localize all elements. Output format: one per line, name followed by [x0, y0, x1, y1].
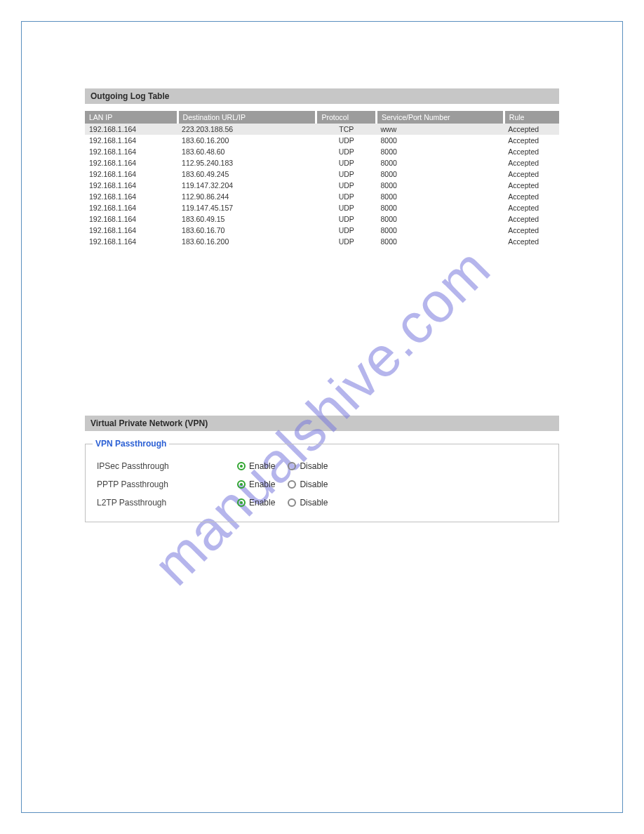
- cell-dest: 183.60.49.15: [177, 213, 316, 225]
- radio-icon: [237, 462, 246, 470]
- log-section-title: Outgoing Log Table: [85, 88, 559, 104]
- cell-port: 8000: [377, 213, 504, 225]
- table-row: 192.168.1.164112.95.240.183UDP8000Accept…: [85, 157, 559, 168]
- table-row: 192.168.1.164112.90.86.244UDP8000Accepte…: [85, 191, 559, 202]
- cell-port: 8000: [377, 135, 504, 146]
- cell-lan: 192.168.1.164: [85, 146, 177, 157]
- cell-port: 8000: [377, 146, 504, 157]
- cell-proto: UDP: [316, 135, 377, 146]
- cell-dest: 183.60.49.245: [177, 168, 316, 180]
- radio-icon: [288, 498, 296, 507]
- outgoing-log-table: LAN IP Destination URL/IP Protocol Servi…: [85, 111, 559, 247]
- radio-enable[interactable]: Enable: [237, 461, 275, 471]
- cell-rule: Accepted: [504, 168, 559, 180]
- radio-disable[interactable]: Disable: [288, 498, 328, 508]
- cell-dest: 119.147.32.204: [177, 180, 316, 191]
- cell-port: 8000: [377, 202, 504, 213]
- cell-proto: UDP: [316, 225, 377, 236]
- table-row: 192.168.1.164119.147.45.157UDP8000Accept…: [85, 202, 559, 213]
- cell-proto: TCP: [316, 124, 377, 135]
- col-header-lan: LAN IP: [85, 111, 177, 124]
- cell-lan: 192.168.1.164: [85, 202, 177, 213]
- radio-enable-label: Enable: [249, 461, 275, 471]
- col-header-port: Service/Port Number: [377, 111, 504, 124]
- cell-proto: UDP: [316, 168, 377, 180]
- page-frame: manualshive.com Outgoing Log Table LAN I…: [21, 21, 623, 813]
- cell-dest: 223.203.188.56: [177, 124, 316, 135]
- cell-proto: UDP: [316, 146, 377, 157]
- table-row: 192.168.1.164183.60.16.200UDP8000Accepte…: [85, 236, 559, 247]
- vpn-section: Virtual Private Network (VPN) VPN Passth…: [85, 416, 559, 522]
- radio-disable[interactable]: Disable: [288, 461, 328, 471]
- cell-rule: Accepted: [504, 202, 559, 213]
- vpn-section-title: Virtual Private Network (VPN): [85, 416, 559, 431]
- cell-proto: UDP: [316, 180, 377, 191]
- cell-dest: 183.60.16.70: [177, 225, 316, 236]
- cell-lan: 192.168.1.164: [85, 157, 177, 168]
- table-row: 192.168.1.164183.60.49.15UDP8000Accepted: [85, 213, 559, 225]
- radio-icon: [288, 480, 296, 489]
- cell-lan: 192.168.1.164: [85, 213, 177, 225]
- vpn-row-label: IPSec Passthrough: [97, 461, 237, 471]
- cell-lan: 192.168.1.164: [85, 180, 177, 191]
- cell-dest: 119.147.45.157: [177, 202, 316, 213]
- cell-lan: 192.168.1.164: [85, 236, 177, 247]
- table-row: 192.168.1.164223.203.188.56TCPwwwAccepte…: [85, 124, 559, 135]
- vpn-row: IPSec PassthroughEnableDisable: [97, 457, 547, 475]
- cell-rule: Accepted: [504, 135, 559, 146]
- vpn-row-label: PPTP Passthrough: [97, 479, 237, 489]
- cell-rule: Accepted: [504, 191, 559, 202]
- table-row: 192.168.1.164183.60.16.70UDP8000Accepted: [85, 225, 559, 236]
- cell-proto: UDP: [316, 236, 377, 247]
- cell-rule: Accepted: [504, 124, 559, 135]
- radio-disable-label: Disable: [300, 461, 328, 471]
- cell-port: 8000: [377, 225, 504, 236]
- cell-rule: Accepted: [504, 236, 559, 247]
- cell-rule: Accepted: [504, 213, 559, 225]
- cell-port: 8000: [377, 157, 504, 168]
- radio-icon: [237, 498, 246, 507]
- cell-lan: 192.168.1.164: [85, 225, 177, 236]
- cell-port: 8000: [377, 168, 504, 180]
- cell-port: www: [377, 124, 504, 135]
- radio-disable-label: Disable: [300, 498, 328, 508]
- radio-disable[interactable]: Disable: [288, 479, 328, 489]
- cell-lan: 192.168.1.164: [85, 124, 177, 135]
- cell-lan: 192.168.1.164: [85, 135, 177, 146]
- cell-rule: Accepted: [504, 180, 559, 191]
- cell-dest: 183.60.16.200: [177, 236, 316, 247]
- col-header-dest: Destination URL/IP: [177, 111, 316, 124]
- vpn-row-label: L2TP Passthrough: [97, 498, 237, 508]
- radio-enable[interactable]: Enable: [237, 479, 275, 489]
- table-row: 192.168.1.164183.60.49.245UDP8000Accepte…: [85, 168, 559, 180]
- radio-enable-label: Enable: [249, 479, 275, 489]
- cell-proto: UDP: [316, 191, 377, 202]
- cell-port: 8000: [377, 180, 504, 191]
- vpn-passthrough-group: VPN Passthrough IPSec PassthroughEnableD…: [85, 444, 559, 522]
- cell-dest: 183.60.48.60: [177, 146, 316, 157]
- table-row: 192.168.1.164183.60.16.200UDP8000Accepte…: [85, 135, 559, 146]
- cell-dest: 112.95.240.183: [177, 157, 316, 168]
- cell-port: 8000: [377, 236, 504, 247]
- radio-enable-label: Enable: [249, 498, 275, 508]
- vpn-legend: VPN Passthrough: [93, 439, 169, 449]
- cell-dest: 112.90.86.244: [177, 191, 316, 202]
- table-row: 192.168.1.164183.60.48.60UDP8000Accepted: [85, 146, 559, 157]
- table-row: 192.168.1.164119.147.32.204UDP8000Accept…: [85, 180, 559, 191]
- cell-lan: 192.168.1.164: [85, 191, 177, 202]
- cell-port: 8000: [377, 191, 504, 202]
- cell-lan: 192.168.1.164: [85, 168, 177, 180]
- radio-icon: [288, 462, 296, 470]
- col-header-rule: Rule: [504, 111, 559, 124]
- radio-icon: [237, 480, 246, 489]
- radio-disable-label: Disable: [300, 479, 328, 489]
- cell-rule: Accepted: [504, 225, 559, 236]
- cell-proto: UDP: [316, 213, 377, 225]
- col-header-proto: Protocol: [316, 111, 377, 124]
- cell-dest: 183.60.16.200: [177, 135, 316, 146]
- log-section: Outgoing Log Table LAN IP Destination UR…: [85, 88, 559, 247]
- table-header-row: LAN IP Destination URL/IP Protocol Servi…: [85, 111, 559, 124]
- cell-rule: Accepted: [504, 146, 559, 157]
- radio-enable[interactable]: Enable: [237, 498, 275, 508]
- cell-proto: UDP: [316, 202, 377, 213]
